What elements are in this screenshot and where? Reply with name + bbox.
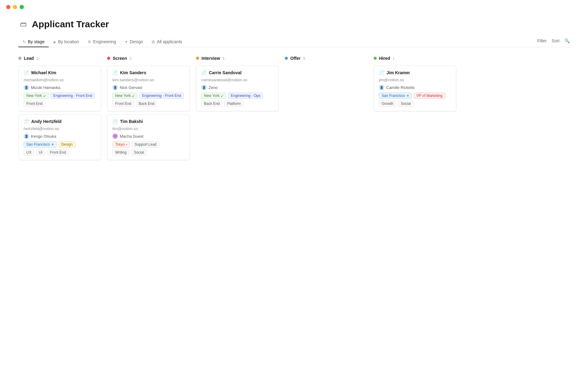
assignee-row: 👤 Zeno — [201, 85, 273, 90]
skill-tag: UX — [24, 149, 34, 155]
assignee-avatar: 👤 — [24, 85, 29, 90]
assignee-avatar: 👤 — [379, 85, 384, 90]
doc-icon: 📄 — [112, 70, 118, 75]
dept-tag: Engineering - Front End — [51, 93, 95, 99]
card-michael-kim[interactable]: 📄 Michael Kim michaelkim@notion.so 👤 Miz… — [18, 66, 101, 111]
card-tags: San Francisco ✳ VP of Marketing — [379, 93, 451, 99]
applicant-name: Jim Kramer — [386, 70, 410, 75]
column-header-offer: Offer 0 — [285, 55, 368, 62]
assignee-row: 👤 Kengo Otsuka — [24, 133, 96, 139]
card-title-row: 📄 Kim Sanders — [112, 70, 185, 75]
tab-engineering[interactable]: ⚙ Engineering — [83, 37, 120, 47]
location-label: New York — [26, 94, 42, 98]
filter-action[interactable]: Filter — [537, 38, 547, 43]
card-jim-kramer[interactable]: 📄 Jim Kramer jim@notion.so 👤 Camille Ric… — [374, 66, 456, 111]
doc-icon: 📄 — [379, 70, 384, 75]
window-chrome — [0, 0, 588, 12]
column-hired: Hired 1 📄 Jim Kramer jim@notion.so 👤 Cam… — [374, 55, 456, 114]
card-kim-sanders[interactable]: 📄 Kim Sanders kim.sanders@notion.so 👤 Ni… — [107, 66, 190, 111]
tab-by-location[interactable]: ◈ By location — [49, 37, 83, 47]
all-applicants-icon: ⊞ — [152, 40, 155, 44]
assignee-row: M Macha Guest — [112, 133, 185, 139]
dept-tag: Engineering - Front End — [139, 93, 184, 99]
applicant-name: Kim Sanders — [120, 70, 146, 75]
search-icon[interactable]: 🔍 — [564, 38, 570, 43]
tab-design-label: Design — [130, 39, 143, 44]
card-tim-bakshi[interactable]: 📄 Tim Bakshi tim@notion.so M Macha Guest… — [107, 114, 190, 160]
location-label: New York — [204, 94, 220, 98]
tab-by-stage-label: By stage — [28, 39, 44, 44]
hired-title: Hired — [379, 56, 390, 61]
close-button[interactable] — [6, 5, 10, 9]
assignee-row: 👤 Nick Gervasi — [112, 85, 185, 90]
location-tag: New York ↙ — [201, 93, 226, 99]
assignee-avatar: M — [112, 133, 118, 139]
skill-tag: Front End — [47, 149, 69, 155]
location-emoji: ↙ — [43, 94, 46, 98]
main-content: 🗃 Applicant Tracker ↻ By stage ◈ By loca… — [0, 12, 588, 175]
tab-design[interactable]: ✦ Design — [120, 37, 148, 47]
applicant-name: Carrie Sandoval — [209, 70, 242, 75]
card-tags: New York ↙ Engineering - Front End — [112, 93, 185, 99]
skill-tag: Back End — [136, 101, 157, 107]
screen-dot — [107, 57, 110, 60]
dept-tag: VP of Marketing — [414, 93, 445, 99]
doc-icon: 📄 — [201, 70, 206, 75]
tab-all-applicants[interactable]: ⊞ All applicants — [147, 37, 187, 47]
design-icon: ✦ — [125, 40, 128, 44]
tab-all-applicants-label: All applicants — [157, 39, 182, 44]
card-tags: Tokyo • Support Lead — [112, 141, 185, 148]
offer-empty — [285, 66, 368, 72]
card-tags: New York ↙ Engineering - Front End — [24, 93, 96, 99]
applicant-email: hertzfeld@notion.so — [24, 126, 96, 131]
lead-dot — [18, 57, 21, 60]
tab-engineering-label: Engineering — [93, 39, 116, 44]
engineering-icon: ⚙ — [88, 40, 91, 44]
location-label: San Francisco — [382, 94, 405, 98]
column-header-hired: Hired 1 — [374, 55, 456, 62]
doc-icon: 📄 — [24, 119, 29, 124]
offer-dot — [285, 57, 288, 60]
card-title-row: 📄 Jim Kramer — [379, 70, 451, 75]
skill-tag: Platform — [224, 101, 243, 107]
tab-bar-left: ↻ By stage ◈ By location ⚙ Engineering ✦… — [18, 37, 187, 47]
minimize-button[interactable] — [13, 5, 17, 9]
assignee-name: Kengo Otsuka — [31, 134, 56, 139]
applicant-email: michaelkim@notion.so — [24, 78, 96, 82]
skill-tag: Front End — [112, 101, 134, 107]
skill-tags: Back End Platform — [201, 101, 273, 107]
page-header: 🗃 Applicant Tracker — [18, 19, 570, 29]
skill-tags: Front End — [24, 101, 96, 107]
assignee-avatar: 👤 — [112, 85, 118, 90]
card-andy-hertzfeld[interactable]: 📄 Andy Hertzfeld hertzfeld@notion.so 👤 K… — [18, 114, 101, 160]
applicant-email: kim.sanders@notion.so — [112, 78, 185, 82]
location-emoji: ✳ — [406, 94, 409, 98]
card-tags: San Francisco ✳ Design — [24, 141, 96, 148]
by-stage-icon: ↻ — [23, 40, 26, 44]
card-title-row: 📄 Tim Bakshi — [112, 119, 185, 124]
column-header-interview: Interview 1 — [196, 55, 279, 62]
maximize-button[interactable] — [20, 5, 24, 9]
location-emoji: ↙ — [132, 94, 135, 98]
skill-tag: Front End — [24, 101, 45, 107]
sort-action[interactable]: Sort — [552, 38, 560, 43]
skill-tags: Front End Back End — [112, 101, 185, 107]
skill-tag: Growth — [379, 101, 396, 107]
card-title-row: 📄 Andy Hertzfeld — [24, 119, 96, 124]
skill-tags: Writing Social — [112, 149, 185, 155]
tab-bar: ↻ By stage ◈ By location ⚙ Engineering ✦… — [18, 37, 570, 47]
dept-tag: Engineering - Ops — [228, 93, 263, 99]
doc-icon: 📄 — [24, 70, 29, 75]
location-label: Tokyo — [115, 142, 125, 147]
screen-count: 2 — [130, 56, 132, 61]
column-lead: Lead 2 📄 Michael Kim michaelkim@notion.s… — [18, 55, 101, 163]
tab-by-stage[interactable]: ↻ By stage — [18, 37, 49, 47]
doc-icon: 📄 — [112, 119, 118, 124]
assignee-avatar: 👤 — [201, 85, 207, 90]
tab-bar-right: Filter Sort 🔍 — [537, 38, 570, 46]
skill-tags: UX UI Front End — [24, 149, 96, 155]
column-screen: Screen 2 📄 Kim Sanders kim.sanders@notio… — [107, 55, 190, 163]
applicant-email: carriesandoval@notion.so — [201, 78, 273, 82]
location-emoji: • — [126, 143, 127, 146]
card-carrie-sandoval[interactable]: 📄 Carrie Sandoval carriesandoval@notion.… — [196, 66, 279, 111]
